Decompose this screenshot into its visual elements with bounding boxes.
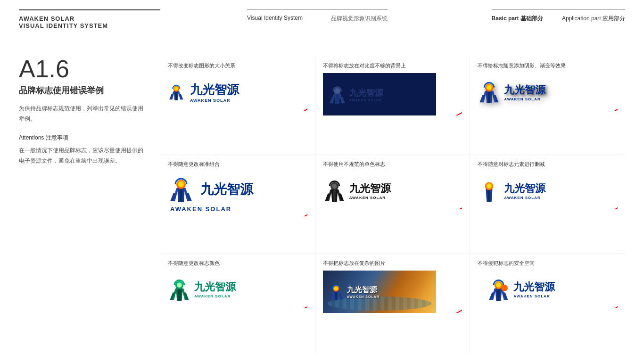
logo-examples-grid: 不得改变标志图形的大小关系 [160,57,625,353]
logo-wrapper-6: 九光智源 AWAKEN SOLAR [478,176,545,205]
logo-container-3: 九光智源 AWAKEN SOLAR [478,73,618,111]
safety-logo-text: 九光智源 AWAKEN SOLAR [513,280,555,298]
nav-application-part[interactable]: Application part 应用部分 [562,15,625,23]
description-text: 为保持品牌标志规范使用，列举出常见的错误使用举例。 [19,104,146,124]
svg-point-7 [174,87,178,91]
logo-wrapper-9: 九光智源 AWAKEN SOLAR [487,275,555,304]
logo-container-7: 九光智源 AWAKEN SOLAR [168,271,307,308]
logo-container-8: 九光智源 AWAKEN SOLAR [323,271,462,313]
nav-center-inner: Visual Identity System 品牌视觉形象识别系统 [247,9,388,23]
page-title-cn: 品牌标志使用错误举例 [19,85,146,96]
changed-logo-cn: 九光智源 [194,280,236,294]
red-line-4 [243,214,307,217]
cell-label-9: 不得侵犯标志的安全空间 [478,260,618,267]
logo-container-9: 九光智源 AWAKEN SOLAR [478,271,618,308]
logo-container-1: 九光智源 AWAKEN SOLAR [168,73,307,111]
shadow-logo-cn: 九光智源 [504,83,545,97]
dark-logo-en: AWAKEN SOLAR [349,99,383,102]
svg-point-39 [332,184,337,189]
red-line-9 [559,305,618,308]
red-line-6 [559,206,618,210]
logo-icon-2 [328,82,347,107]
cell-label-8: 不得把标志放在复杂的图片 [323,260,462,267]
svg-point-67 [496,282,501,287]
logo-icon-6 [478,176,500,205]
attention-desc: 在一般情况下使用品牌标志，应该尽量使用提供的电子资源文件，避免在重绘中出现误差。 [19,146,146,166]
changed-logo-en: AWAKEN SOLAR [194,294,236,298]
logo-cn-1: 九光智源 [190,82,239,98]
red-line-7 [249,305,307,308]
svg-point-15 [335,89,339,93]
red-line-1 [243,107,307,111]
dark-bg-2: 九光智源 AWAKEN SOLAR [323,73,436,115]
reduced-logo-cn: 九光智源 [504,181,545,196]
nav-right-inner: Basic part 基础部分 Application part 应用部分 [492,9,625,23]
svg-point-59 [334,287,338,290]
logo-wrapper-3: 九光智源 AWAKEN SOLAR [478,78,545,106]
logo-icon-7 [168,275,190,304]
logo-container-5: 九光智源 AWAKEN SOLAR [323,172,462,209]
bw-logo-en: AWAKEN SOLAR [349,196,391,200]
brand-section: AWAKEN SOLAR VISUAL IDENTITY SYSTEM [19,9,160,29]
cell-label-5: 不得使用不规范的单色标志 [323,161,462,168]
bw-logo-text: 九光智源 AWAKEN SOLAR [349,181,391,200]
logo-icon-5 [323,176,346,205]
svg-point-43 [487,184,492,189]
safety-violation-dot [501,285,508,291]
dark-logo-cn: 九光智源 [349,87,383,99]
top-navigation: AWAKEN SOLAR VISUAL IDENTITY SYSTEM Visu… [0,0,644,47]
svg-point-51 [177,282,182,287]
page-number: A1.6 [19,57,146,81]
brand-title-line1: AWAKEN SOLAR [19,15,160,22]
grid-cell-1: 不得改变标志图形的大小关系 [160,57,315,155]
grid-cell-9: 不得侵犯标志的安全空间 [470,254,625,353]
cell-label-7: 不得随意更改标志颜色 [168,260,307,267]
cell-label-2: 不得将标志放在对比度不够的背景上 [323,62,462,69]
shadow-logo-en: AWAKEN SOLAR [504,97,545,101]
left-sidebar: A1.6 品牌标志使用错误举例 为保持品牌标志规范使用，列举出常见的错误使用举例… [19,57,160,353]
cell-label-3: 不得给标志随意添加阴影、渐变等效果 [478,62,618,69]
nav-item-cn[interactable]: 品牌视觉形象识别系统 [331,15,388,23]
grid-cell-6: 不得随意对标志元素进行删减 [470,155,625,254]
bw-logo-cn: 九光智源 [349,181,391,196]
logo-icon-4 [168,174,194,205]
nav-item-vis[interactable]: Visual Identity System [247,15,303,23]
logo-text-3: 九光智源 AWAKEN SOLAR [504,83,545,101]
complex-bg-8: 九光智源 AWAKEN SOLAR [323,271,436,313]
cell-label-6: 不得随意对标志元素进行删减 [478,161,618,168]
nav-basic-part[interactable]: Basic part 基础部分 [492,15,543,23]
brand-title-line2: VISUAL IDENTITY SYSTEM [19,22,160,29]
complex-logo-cn: 九光智源 [347,285,380,295]
safety-logo-en: AWAKEN SOLAR [513,294,555,298]
cell-label-4: 不得随意更改标准组合 [168,161,307,168]
complex-logo-en: AWAKEN SOLAR [347,295,380,298]
reduced-logo-text: 九光智源 AWAKEN SOLAR [504,181,545,200]
nav-center: Visual Identity System 品牌视觉形象识别系统 [160,9,474,23]
logo-wrapper-5: 九光智源 AWAKEN SOLAR [323,176,391,205]
logo-icon-8 [328,280,344,304]
red-line-5 [404,206,462,210]
grid-cell-3: 不得给标志随意添加阴影、渐变等效果 [470,57,625,155]
logo-en-1: AWAKEN SOLAR [190,98,239,103]
cell-label-1: 不得改变标志图形的大小关系 [168,62,307,69]
grid-cell-4: 不得随意更改标准组合 [160,155,315,254]
large-logo-en: AWAKEN SOLAR [170,206,231,213]
logo-icon-1 [168,78,184,106]
grid-cell-5: 不得使用不规范的单色标志 [315,155,471,254]
main-content: A1.6 品牌标志使用错误举例 为保持品牌标志规范使用，列举出常见的错误使用举例… [0,47,644,362]
logo-wrapper-4: 九光智源 [168,174,253,205]
logo-container-2: 九光智源 AWAKEN SOLAR [323,73,462,115]
logo-container-6: 九光智源 AWAKEN SOLAR [478,172,618,209]
grid-cell-2: 不得将标志放在对比度不够的背景上 [315,57,471,155]
svg-point-23 [487,85,492,90]
logo-wrapper-1: 九光智源 AWAKEN SOLAR [168,78,239,106]
safety-logo-cn: 九光智源 [513,280,555,294]
changed-color-text: 九光智源 AWAKEN SOLAR [194,280,236,298]
red-line-3 [559,107,618,111]
reduced-logo-en: AWAKEN SOLAR [504,196,545,200]
logo-icon-3 [478,78,500,106]
logo-wrapper-7: 九光智源 AWAKEN SOLAR [168,275,236,304]
grid-cell-8: 不得把标志放在复杂的图片 [315,254,471,353]
grid-cell-7: 不得随意更改标志颜色 [160,254,315,353]
svg-point-31 [178,181,184,187]
